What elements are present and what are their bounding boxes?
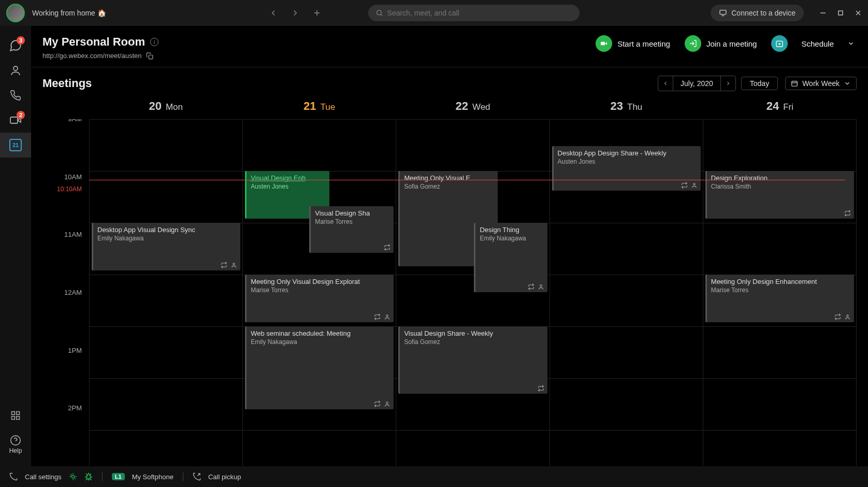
call-pickup-label[interactable]: Call pickup [208,473,241,481]
help-icon [10,435,21,446]
attendee-icon [230,262,237,268]
svg-point-2 [377,10,381,15]
calendar-event[interactable]: Visual Design Share - WeeklySofia Gomez [398,326,547,394]
top-bar: Working from home 🏠 Connect to a device [0,0,868,26]
phone-settings-icon[interactable] [9,472,18,481]
event-title: Design Exploration [711,174,850,182]
event-title: Visual Design Share - Weekly [404,330,543,337]
info-icon[interactable]: i [150,38,158,46]
prev-period-button[interactable] [658,80,673,87]
svg-rect-7 [838,11,843,15]
svg-point-31 [386,402,388,404]
search-input[interactable] [387,9,572,17]
nav-back-icon[interactable] [269,8,278,18]
chevron-down-icon[interactable] [847,40,855,47]
window-maximize-button[interactable] [837,9,844,17]
calendar-event[interactable]: Meeting Only Design EnhancementMarise To… [705,275,854,322]
left-sidebar: 3 2 21 Help [0,26,31,466]
recurring-icon [528,283,534,290]
svg-rect-13 [12,412,15,415]
video-icon [600,39,608,48]
recurring-icon [384,244,390,251]
calendar-event[interactable]: Design ThingEmily Nakagawa [474,223,547,292]
calendar-plus-icon [775,39,784,48]
room-header: My Personal Room i http://go.webex.com/m… [31,26,868,67]
event-organizer: Sofia Gomez [404,183,493,190]
nav-apps[interactable] [0,403,31,428]
schedule-button[interactable]: Schedule [771,35,857,52]
recurring-icon [844,210,851,217]
phone-icon [10,90,21,101]
calendar-event[interactable]: Visual Design ShaMarise Torres [309,206,394,253]
search-icon [375,9,383,17]
day-column: Desktop App Design Share - WeeklyAusten … [550,119,703,466]
window-close-button[interactable] [855,9,862,17]
event-organizer: Marise Torres [315,218,389,225]
call-settings-label[interactable]: Call settings [25,473,62,481]
event-organizer: Marise Torres [711,287,850,294]
search-bar[interactable] [368,5,580,21]
recurring-icon [374,400,381,407]
attendee-icon [384,400,390,407]
time-label: 10AM10:10AM [31,177,89,235]
chevron-down-icon [844,80,851,87]
enter-icon [689,39,697,48]
day-header[interactable]: 20Mon [89,95,242,119]
help-label: Help [9,447,22,454]
current-month-label[interactable]: July, 2020 [673,76,721,91]
svg-point-30 [386,315,388,317]
today-button[interactable]: Today [741,77,778,90]
calendar-event[interactable]: Meeting Only Visual Design ExploratMaris… [245,275,394,322]
event-title: Meeting Only Visual Design Explorat [251,278,389,285]
window-minimize-button[interactable] [819,9,827,17]
svg-rect-19 [149,55,153,59]
attendee-icon [844,313,851,320]
calendar-event[interactable]: Web seminar scheduled: MeetingEmily Naka… [245,326,394,409]
connect-device-button[interactable]: Connect to a device [711,5,804,21]
meetings-heading: Meetings [42,77,92,90]
nav-forward-icon[interactable] [291,8,300,18]
event-organizer: Austen Jones [251,183,325,190]
vpn-icon[interactable] [69,472,77,481]
start-meeting-button[interactable]: Start a meeting [596,35,670,52]
nav-calls[interactable] [0,83,31,108]
line-badge[interactable]: L1 [112,473,125,480]
current-time-line [89,180,845,180]
nav-meetings[interactable]: 2 [0,108,31,133]
svg-point-35 [847,315,848,317]
presence-status[interactable]: Working from home 🏠 [32,9,106,17]
svg-rect-14 [17,412,20,415]
svg-point-34 [693,183,695,185]
softphone-label[interactable]: My Softphone [132,473,173,481]
recurring-icon [538,385,544,392]
pickup-icon[interactable] [193,472,201,481]
calendar-event[interactable]: Design ExplorationClarissa Smith [705,171,854,219]
attendee-icon [538,283,544,290]
day-header[interactable]: 21Tue [242,95,396,119]
calendar-icon [791,80,798,87]
connection-icon[interactable] [84,472,93,481]
svg-rect-4 [720,10,726,15]
day-header[interactable]: 23Thu [549,95,703,119]
event-organizer: Marise Torres [251,287,389,294]
user-avatar[interactable] [6,4,25,22]
event-title: Design Thing [480,226,543,234]
copy-icon[interactable] [146,52,153,60]
recurring-icon [374,313,381,320]
event-organizer: Emily Nakagawa [480,235,543,242]
day-header[interactable]: 22Wed [396,95,549,119]
day-header[interactable]: 24Fri [703,95,857,119]
room-url[interactable]: http://go.webex.com/meet/austen [42,52,142,60]
view-select[interactable]: Work Week [785,77,857,90]
next-period-button[interactable] [721,80,735,87]
calendar-event[interactable]: Desktop App Visual Design SyncEmily Naka… [92,223,240,270]
attendee-icon [384,313,390,320]
nav-help[interactable]: Help [0,430,31,459]
join-meeting-button[interactable]: Join a meeting [685,35,757,52]
nav-chat[interactable]: 3 [0,33,31,58]
new-tab-icon[interactable] [312,8,322,18]
nav-calendar[interactable]: 21 [0,133,31,157]
chat-badge: 3 [17,36,25,45]
calendar-event[interactable]: Desktop App Design Share - WeeklyAusten … [552,146,701,191]
nav-contacts[interactable] [0,58,31,83]
